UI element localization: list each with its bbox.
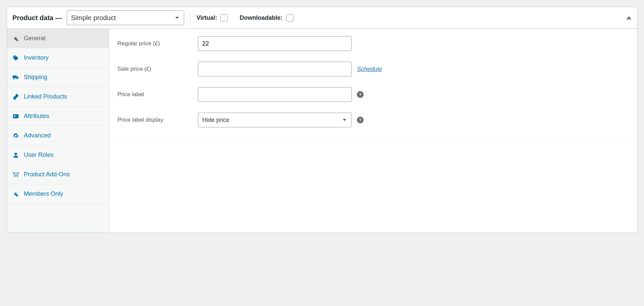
svg-rect-1 xyxy=(14,115,15,116)
tab-content-general: Regular price (£) Sale price (£) Schedul… xyxy=(109,29,637,233)
price-label-display-select[interactable]: Hide price xyxy=(198,113,352,127)
truck-icon xyxy=(12,75,19,80)
svg-point-4 xyxy=(17,176,18,177)
gear-icon xyxy=(12,133,19,139)
divider xyxy=(190,13,191,22)
tab-label: Linked Products xyxy=(24,93,67,100)
product-type-select[interactable]: Simple product xyxy=(67,10,184,25)
tab-linked-products[interactable]: Linked Products xyxy=(7,87,109,107)
sale-price-input[interactable] xyxy=(198,62,352,76)
tab-advanced[interactable]: Advanced xyxy=(7,126,109,145)
regular-price-input[interactable] xyxy=(198,36,352,51)
collapse-toggle-icon[interactable] xyxy=(626,16,632,19)
svg-point-3 xyxy=(14,176,15,177)
schedule-link[interactable]: Schedule xyxy=(357,66,382,73)
price-label-input[interactable] xyxy=(198,87,352,102)
tab-inventory[interactable]: Inventory xyxy=(7,48,109,68)
wrench-icon xyxy=(12,191,19,197)
tab-user-roles[interactable]: User Roles xyxy=(7,145,109,165)
virtual-label: Virtual: xyxy=(197,14,217,21)
tab-attributes[interactable]: Attributes xyxy=(7,107,109,126)
link-icon xyxy=(12,94,19,100)
panel-body: General Inventory Shipping Linked Produc… xyxy=(7,29,637,233)
product-data-header: Product data — Simple product Virtual: D… xyxy=(7,7,637,29)
virtual-checkbox[interactable] xyxy=(220,14,228,21)
user-icon xyxy=(12,152,19,158)
tab-label: Attributes xyxy=(24,113,49,120)
id-card-icon xyxy=(12,114,19,119)
regular-price-row: Regular price (£) xyxy=(117,36,629,51)
regular-price-label: Regular price (£) xyxy=(117,40,198,47)
content-spacer xyxy=(117,138,629,225)
cart-icon xyxy=(12,172,19,178)
tab-label: User Roles xyxy=(24,151,54,159)
tab-label: Inventory xyxy=(24,54,49,61)
downloadable-option[interactable]: Downloadable: xyxy=(239,13,294,22)
downloadable-checkbox[interactable] xyxy=(286,14,293,21)
virtual-option[interactable]: Virtual: xyxy=(197,13,229,22)
tab-shipping[interactable]: Shipping xyxy=(7,68,109,87)
downloadable-label: Downloadable: xyxy=(239,14,282,21)
panel-title: Product data — xyxy=(12,14,62,22)
tab-label: Advanced xyxy=(24,132,51,139)
tag-icon xyxy=(12,55,19,61)
side-tabs: General Inventory Shipping Linked Produc… xyxy=(7,29,109,233)
wrench-icon xyxy=(12,36,19,42)
sale-price-label: Sale price (£) xyxy=(117,66,198,72)
help-icon[interactable]: ? xyxy=(357,117,364,123)
price-label-display-row: Price label display Hide price ? xyxy=(117,113,629,127)
sale-price-row: Sale price (£) Schedule xyxy=(117,62,629,76)
price-label-label: Price label xyxy=(117,91,198,98)
tab-label: Members Only xyxy=(24,190,63,197)
product-data-panel: Product data — Simple product Virtual: D… xyxy=(7,7,637,233)
tab-label: General xyxy=(24,35,45,42)
tab-label: Product Add-Ons xyxy=(24,171,70,178)
tab-label: Shipping xyxy=(24,74,47,81)
tab-members-only[interactable]: Members Only xyxy=(7,184,109,204)
tab-product-addons[interactable]: Product Add-Ons xyxy=(7,165,109,184)
price-label-row: Price label ? xyxy=(117,87,629,102)
help-icon[interactable]: ? xyxy=(357,91,364,98)
price-label-display-label: Price label display xyxy=(117,117,198,123)
tab-general[interactable]: General xyxy=(7,29,109,48)
svg-rect-2 xyxy=(14,116,16,117)
